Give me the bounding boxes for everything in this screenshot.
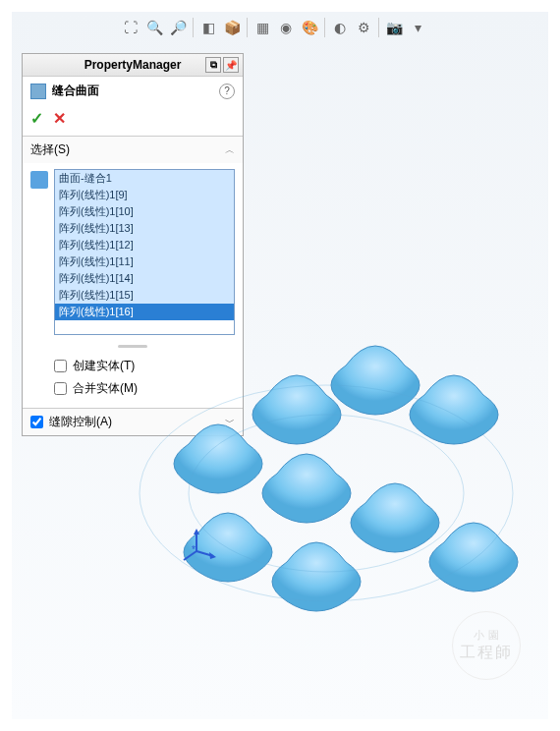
section-view-icon[interactable]: ◧ [197,17,219,38]
ok-button[interactable]: ✓ [30,109,43,128]
selection-section-header[interactable]: 选择(S) ︿ [23,136,243,163]
create-solid-label: 创建实体(T) [73,358,135,374]
svg-marker-5 [209,552,216,559]
selection-body: 曲面-缝合1 阵列(线性)1[9] 阵列(线性)1[10] 阵列(线性)1[13… [23,163,243,341]
list-item[interactable]: 阵列(线性)1[13] [55,220,234,237]
display-style-icon[interactable]: ▦ [252,17,273,38]
list-item[interactable]: 阵列(线性)1[10] [55,203,234,220]
appearance-icon[interactable]: ◐ [329,17,351,38]
svg-text:*: * [192,544,196,555]
viewport-3d[interactable]: ⛶ 🔍 🔎 ◧ 📦 ▦ ◉ 🎨 ◐ ⚙ 📷 ▾ PropertyManager … [12,12,548,719]
svg-rect-13 [0,719,560,731]
panel-title: PropertyManager [84,58,182,72]
zoom-prev-icon[interactable]: 🔎 [167,17,189,38]
face-selection-icon[interactable] [30,171,48,189]
gap-control-checkbox[interactable] [30,416,43,428]
feature-name: 缝合曲面 [52,83,99,99]
watermark-small: 小 園 [474,628,498,643]
svg-rect-15 [548,0,560,731]
pushpin-icon[interactable]: 📌 [223,57,239,73]
merge-entities-label: 合并实体(M) [73,380,138,397]
panel-header: PropertyManager ⧉ 📌 [23,54,243,77]
list-item[interactable]: 曲面-缝合1 [55,170,234,187]
svg-marker-3 [194,529,199,534]
orientation-triad[interactable]: * [182,527,221,566]
confirm-row: ✓ ✕ [23,105,243,136]
svg-rect-12 [0,0,560,12]
gap-control-label: 缝隙控制(A) [49,414,112,430]
cancel-button[interactable]: ✕ [53,109,66,128]
view-settings-icon[interactable]: ⚙ [353,17,374,38]
capture-icon[interactable]: 📷 [383,17,405,38]
hide-show-icon[interactable]: ◉ [275,17,297,38]
watermark: 小 園 工程師 [452,611,521,680]
more-icon[interactable]: ▾ [407,17,428,38]
view-toolbar: ⛶ 🔍 🔎 ◧ 📦 ▦ ◉ 🎨 ◐ ⚙ 📷 ▾ [120,14,428,41]
merge-entities-input[interactable] [54,382,67,395]
list-item[interactable]: 阵列(线性)1[12] [55,237,234,253]
selection-header-label: 选择(S) [30,141,70,158]
list-empty-row[interactable] [55,320,234,334]
list-item[interactable]: 阵列(线性)1[9] [55,187,234,203]
chevron-up-icon: ︿ [225,143,235,157]
knit-surface-icon [30,84,46,99]
zoom-fit-icon[interactable]: ⛶ [120,17,141,38]
svg-rect-14 [0,0,12,731]
create-solid-input[interactable] [54,360,67,372]
keep-visible-icon[interactable]: ⧉ [205,57,221,73]
scene-icon[interactable]: 🎨 [299,17,320,38]
list-item[interactable]: 阵列(线性)1[14] [55,270,234,287]
help-icon[interactable]: ? [219,84,235,99]
list-item[interactable]: 阵列(线性)1[11] [55,253,234,270]
selection-listbox[interactable]: 曲面-缝合1 阵列(线性)1[9] 阵列(线性)1[10] 阵列(线性)1[13… [54,169,235,335]
watermark-big: 工程師 [460,643,513,663]
feature-title-row: 缝合曲面 ? [23,77,243,105]
zoom-area-icon[interactable]: 🔍 [143,17,165,38]
list-item[interactable]: 阵列(线性)1[16] [55,304,234,320]
view-orient-icon[interactable]: 📦 [221,17,243,38]
list-item[interactable]: 阵列(线性)1[15] [55,287,234,304]
